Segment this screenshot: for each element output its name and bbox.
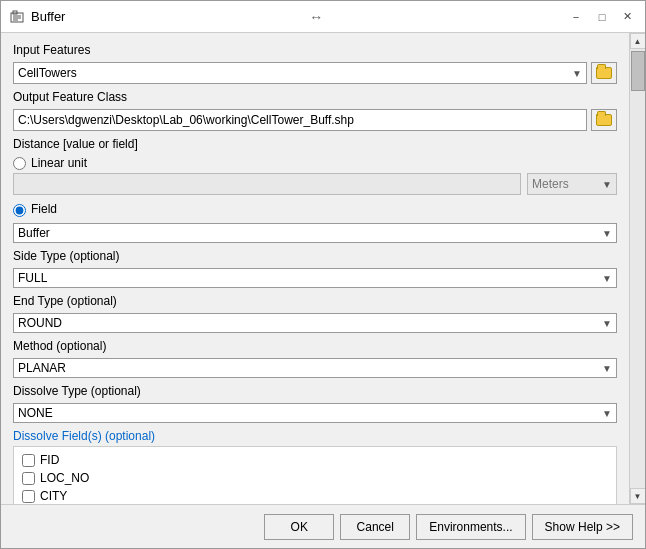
dissolve-field-label-loc_no: LOC_NO [40,471,89,485]
method-label: Method (optional) [13,339,617,353]
side-type-arrow: ▼ [602,273,612,284]
dissolve-field-row: CITY [22,489,608,503]
unit-dropdown-arrow: ▼ [602,179,612,190]
resize-icon: ↔ [309,9,323,25]
folder-icon-2 [596,114,612,126]
minimize-button[interactable]: − [567,8,585,26]
end-type-arrow: ▼ [602,318,612,329]
buffer-dialog: Buffer ↔ − □ ✕ Input Features CellTowers… [0,0,646,549]
end-type-value: ROUND [18,316,62,330]
end-type-section: End Type (optional) ROUND ▼ [13,294,617,333]
title-bar: Buffer ↔ − □ ✕ [1,1,645,33]
dissolve-field-checkbox-fid[interactable] [22,454,35,467]
dissolve-field-label-fid: FID [40,453,59,467]
dissolve-field-row: FID [22,453,608,467]
output-feature-section: Output Feature Class [13,90,617,131]
field-dropdown-value: Buffer [18,226,50,240]
side-type-section: Side Type (optional) FULL ▼ [13,249,617,288]
field-radio-row: Field [13,202,617,218]
close-button[interactable]: ✕ [619,8,637,26]
end-type-label: End Type (optional) [13,294,617,308]
linear-unit-radio[interactable] [13,157,26,170]
dissolve-field-row: LOC_NO [22,471,608,485]
folder-icon [596,67,612,79]
cancel-button[interactable]: Cancel [340,514,410,540]
main-content: Input Features CellTowers ▼ Output Featu… [1,33,629,504]
field-radio-label: Field [31,202,57,216]
field-dropdown[interactable]: Buffer ▼ [13,223,617,243]
dissolve-type-arrow: ▼ [602,408,612,419]
method-section: Method (optional) PLANAR ▼ [13,339,617,378]
footer: OK Cancel Environments... Show Help >> [1,504,645,548]
scroll-up-arrow[interactable]: ▲ [630,33,646,49]
window-title: Buffer [31,9,65,24]
maximize-button[interactable]: □ [593,8,611,26]
method-arrow: ▼ [602,363,612,374]
show-help-button[interactable]: Show Help >> [532,514,633,540]
dissolve-type-value: NONE [18,406,53,420]
dissolve-fields-section: Dissolve Field(s) (optional) FIDLOC_NOCI… [13,429,617,504]
output-feature-input[interactable] [13,109,587,131]
app-icon [9,9,25,25]
method-value: PLANAR [18,361,66,375]
field-radio[interactable] [13,204,26,217]
end-type-dropdown[interactable]: ROUND ▼ [13,313,617,333]
side-type-label: Side Type (optional) [13,249,617,263]
dissolve-type-label: Dissolve Type (optional) [13,384,617,398]
dissolve-field-checkbox-loc_no[interactable] [22,472,35,485]
output-feature-folder-btn[interactable] [591,109,617,131]
scroll-down-arrow[interactable]: ▼ [630,488,646,504]
dissolve-type-dropdown[interactable]: NONE ▼ [13,403,617,423]
environments-button[interactable]: Environments... [416,514,525,540]
scrollbar[interactable]: ▲ ▼ [629,33,645,504]
linear-value-input[interactable] [13,173,521,195]
ok-button[interactable]: OK [264,514,334,540]
input-features-section: Input Features CellTowers ▼ [13,43,617,84]
distance-section: Distance [value or field] Linear unit Me… [13,137,617,243]
side-type-value: FULL [18,271,47,285]
scroll-thumb[interactable] [631,51,645,91]
window-controls: − □ ✕ [567,8,637,26]
dissolve-fields-box: FIDLOC_NOCITYLATITUDELONGITUDEBuffer [13,446,617,504]
input-features-dropdown[interactable]: CellTowers ▼ [13,62,587,84]
linear-unit-label: Linear unit [31,156,87,170]
meters-label: Meters [532,177,569,191]
dissolve-fields-label: Dissolve Field(s) (optional) [13,429,617,443]
linear-unit-row: Linear unit [13,156,617,170]
linear-unit-inputs: Meters ▼ [13,173,617,195]
dissolve-type-section: Dissolve Type (optional) NONE ▼ [13,384,617,423]
distance-label: Distance [value or field] [13,137,617,151]
method-dropdown[interactable]: PLANAR ▼ [13,358,617,378]
output-feature-label: Output Feature Class [13,90,617,104]
dissolve-field-label-city: CITY [40,489,67,503]
input-features-label: Input Features [13,43,617,57]
unit-dropdown[interactable]: Meters ▼ [527,173,617,195]
input-features-arrow: ▼ [572,68,582,79]
dissolve-field-checkbox-city[interactable] [22,490,35,503]
field-dropdown-arrow: ▼ [602,228,612,239]
input-features-value: CellTowers [18,66,77,80]
side-type-dropdown[interactable]: FULL ▼ [13,268,617,288]
input-features-folder-btn[interactable] [591,62,617,84]
